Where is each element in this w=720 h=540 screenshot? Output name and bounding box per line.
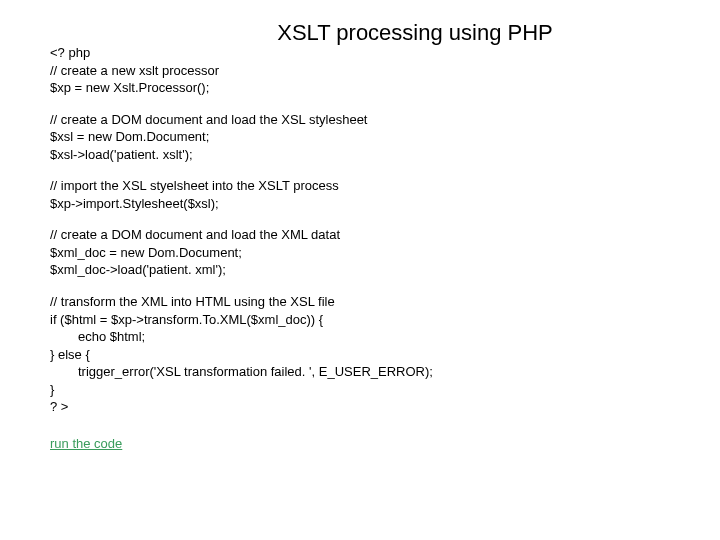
code-line: $xsl->load('patient. xslt'); <box>50 146 670 164</box>
code-line: $xsl = new Dom.Document; <box>50 128 670 146</box>
code-line: echo $html; <box>50 328 670 346</box>
code-line: // create a DOM document and load the XS… <box>50 111 670 129</box>
code-line: // import the XSL styelsheet into the XS… <box>50 177 670 195</box>
code-block: <? php // create a new xslt processor $x… <box>50 44 670 416</box>
code-line: ? > <box>50 398 670 416</box>
code-line: $xp->import.Stylesheet($xsl); <box>50 195 670 213</box>
code-line: // create a DOM document and load the XM… <box>50 226 670 244</box>
page-title: XSLT processing using PHP <box>50 20 670 46</box>
code-para-4: // create a DOM document and load the XM… <box>50 226 670 279</box>
code-line: trigger_error('XSL transformation failed… <box>50 363 670 381</box>
code-line: // create a new xslt processor <box>50 62 670 80</box>
code-para-5: // transform the XML into HTML using the… <box>50 293 670 416</box>
code-line: // transform the XML into HTML using the… <box>50 293 670 311</box>
code-line: if ($html = $xp->transform.To.XML($xml_d… <box>50 311 670 329</box>
code-line: $xp = new Xslt.Processor(); <box>50 79 670 97</box>
code-line: } <box>50 381 670 399</box>
code-line: <? php <box>50 44 670 62</box>
code-para-2: // create a DOM document and load the XS… <box>50 111 670 164</box>
run-code-link[interactable]: run the code <box>50 436 122 451</box>
code-line: $xml_doc->load('patient. xml'); <box>50 261 670 279</box>
code-line: } else { <box>50 346 670 364</box>
code-line: $xml_doc = new Dom.Document; <box>50 244 670 262</box>
code-para-1: <? php // create a new xslt processor $x… <box>50 44 670 97</box>
code-para-3: // import the XSL styelsheet into the XS… <box>50 177 670 212</box>
